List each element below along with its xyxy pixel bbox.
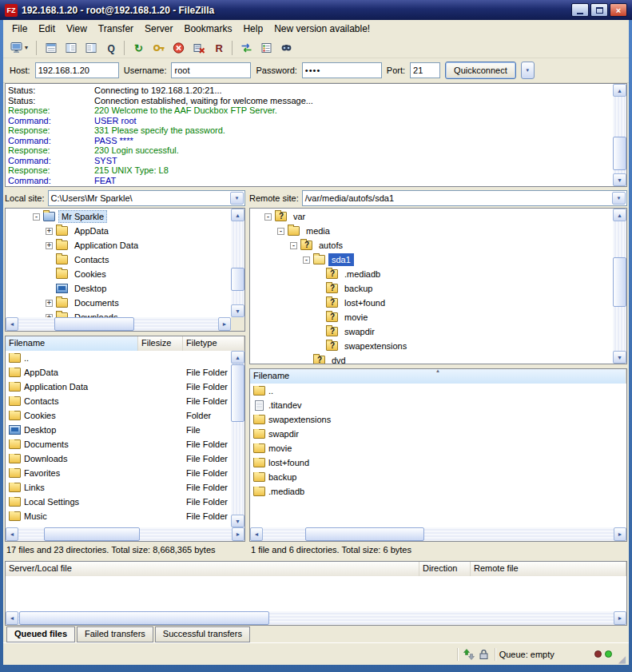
file-row-swapextensions[interactable]: swapextensions xyxy=(250,412,626,427)
tree-item-cookies[interactable]: Cookies xyxy=(6,267,231,281)
tab-queued-files[interactable]: Queued files xyxy=(6,626,75,642)
scroll-up-button[interactable]: ▲ xyxy=(231,209,244,221)
filelist-filter-button[interactable]: Q xyxy=(101,39,120,57)
collapse-icon[interactable]: - xyxy=(303,256,310,264)
file-row-cookies[interactable]: CookiesFolder xyxy=(6,408,231,423)
file-row-application-data[interactable]: Application DataFile Folder xyxy=(6,380,231,394)
scroll-left-button[interactable]: ◄ xyxy=(6,611,18,625)
toggle-message-log-button[interactable] xyxy=(41,39,60,57)
reconnect-button[interactable]: R xyxy=(209,39,228,57)
scroll-left-button[interactable]: ◄ xyxy=(6,317,18,331)
tree-item-contacts[interactable]: Contacts xyxy=(6,252,231,267)
remote-site-combobox[interactable]: /var/media/autofs/sda1 ▼ xyxy=(302,190,627,206)
tree-item-documents[interactable]: +Documents xyxy=(6,296,231,310)
file-row-titandev[interactable]: .titandev xyxy=(250,398,626,412)
file-row-downloads[interactable]: DownloadsFile Folder xyxy=(6,451,231,466)
scroll-down-button[interactable]: ▼ xyxy=(231,304,244,317)
column-header-remote-file[interactable]: Remote file xyxy=(471,562,626,576)
scroll-left-button[interactable]: ◄ xyxy=(250,527,263,541)
tree-item-autofs[interactable]: -autofs xyxy=(250,238,613,252)
file-row-contacts[interactable]: ContactsFile Folder xyxy=(6,394,231,408)
chevron-down-icon[interactable]: ▼ xyxy=(612,192,626,205)
chevron-down-icon[interactable]: ▼ xyxy=(230,192,244,205)
scroll-down-button[interactable]: ▼ xyxy=(613,173,626,186)
scroll-down-button[interactable]: ▼ xyxy=(231,515,244,527)
speed-limits-icon[interactable] xyxy=(462,648,476,661)
tree-item-swapdir[interactable]: swapdir xyxy=(250,324,613,339)
expand-icon[interactable]: + xyxy=(46,300,53,307)
disconnect-button[interactable] xyxy=(189,39,208,57)
password-input[interactable] xyxy=(302,62,382,78)
file-row-favorites[interactable]: FavoritesFile Folder xyxy=(6,466,231,480)
expand-icon[interactable]: + xyxy=(46,228,53,235)
column-header-filename[interactable]: ▲ Filename xyxy=(250,369,626,384)
menu-item-server[interactable]: Server xyxy=(139,22,178,36)
file-row-item[interactable]: .. xyxy=(6,351,231,365)
menu-item-edit[interactable]: Edit xyxy=(33,22,61,36)
quickconnect-button[interactable]: Quickconnect xyxy=(445,62,516,79)
scroll-thumb[interactable] xyxy=(305,527,424,541)
tree-item-backup[interactable]: backup xyxy=(250,281,613,296)
collapse-icon[interactable]: - xyxy=(264,213,272,221)
file-row-appdata[interactable]: AppDataFile Folder xyxy=(6,365,231,380)
menu-item-help[interactable]: Help xyxy=(237,22,268,36)
collapse-icon[interactable]: - xyxy=(33,213,40,221)
column-header-filename[interactable]: Filename xyxy=(6,336,138,351)
collapse-icon[interactable]: - xyxy=(277,228,284,235)
username-input[interactable] xyxy=(171,62,251,78)
tab-failed-transfers[interactable]: Failed transfers xyxy=(77,626,153,642)
scroll-thumb[interactable] xyxy=(613,257,626,307)
tab-successful-transfers[interactable]: Successful transfers xyxy=(155,626,250,642)
collapse-icon[interactable]: - xyxy=(290,242,297,249)
scroll-thumb[interactable] xyxy=(19,611,269,625)
tree-item-application-data[interactable]: +Application Data xyxy=(6,238,231,252)
tree-item-lost-found[interactable]: lost+found xyxy=(250,296,613,310)
column-header-filetype[interactable]: Filetype xyxy=(183,336,244,351)
menu-item-bookmarks[interactable]: Bookmarks xyxy=(178,22,237,36)
tree-item-sda1[interactable]: -sda1 xyxy=(250,252,613,267)
menu-item-transfer[interactable]: Transfer xyxy=(93,22,139,36)
tree-item-movie[interactable]: movie xyxy=(250,310,613,324)
scroll-right-button[interactable]: ► xyxy=(614,527,626,541)
file-row-desktop[interactable]: DesktopFile xyxy=(6,423,231,437)
tree-item-mediadb[interactable]: .mediadb xyxy=(250,267,613,281)
scroll-right-button[interactable]: ► xyxy=(614,611,626,625)
scroll-thumb[interactable] xyxy=(231,268,244,291)
scroll-up-button[interactable]: ▲ xyxy=(231,351,244,364)
column-header-filesize[interactable]: Filesize xyxy=(138,336,183,351)
tree-item-dvd[interactable]: dvd xyxy=(250,353,613,364)
scroll-thumb[interactable] xyxy=(54,317,134,331)
scroll-up-button[interactable]: ▲ xyxy=(613,209,626,221)
directory-comparison-button[interactable] xyxy=(256,39,276,57)
expand-icon[interactable]: + xyxy=(46,242,53,249)
synchronized-browsing-button[interactable] xyxy=(237,39,256,57)
column-header-server-local-file[interactable]: Server/Local file xyxy=(6,562,419,576)
toggle-local-tree-button[interactable] xyxy=(61,39,80,57)
host-input[interactable] xyxy=(35,62,119,78)
tree-item-media[interactable]: -media xyxy=(250,224,613,238)
file-row-movie[interactable]: movie xyxy=(250,441,626,455)
menu-item-file[interactable]: File xyxy=(6,22,33,36)
file-row-links[interactable]: LinksFile Folder xyxy=(6,480,231,495)
file-row-documents[interactable]: DocumentsFile Folder xyxy=(6,437,231,451)
tree-item-swapextensions[interactable]: swapextensions xyxy=(250,339,613,353)
scroll-right-button[interactable]: ► xyxy=(232,527,244,541)
cancel-button[interactable] xyxy=(169,39,188,57)
file-row-backup[interactable]: backup xyxy=(250,470,626,484)
tree-item-mr-sparkle[interactable]: -Mr Sparkle xyxy=(6,209,231,224)
menu-item-new-version-available[interactable]: New version available! xyxy=(268,22,376,36)
scroll-thumb[interactable] xyxy=(613,137,626,170)
resize-grip[interactable]: ◢ xyxy=(618,655,626,663)
find-files-button[interactable] xyxy=(276,39,296,57)
scroll-right-button[interactable]: ► xyxy=(218,317,231,331)
maximize-button[interactable] xyxy=(590,3,608,17)
toggle-remote-tree-button[interactable] xyxy=(81,39,100,57)
scroll-thumb[interactable] xyxy=(44,527,140,541)
minimize-button[interactable] xyxy=(571,3,589,17)
process-queue-button[interactable] xyxy=(149,39,168,57)
tree-item-downloads[interactable]: +Downloads xyxy=(6,310,231,317)
tree-item-desktop[interactable]: Desktop xyxy=(6,281,231,296)
port-input[interactable] xyxy=(410,62,440,78)
column-header-direction[interactable]: Direction xyxy=(419,562,471,576)
close-button[interactable]: × xyxy=(610,3,627,17)
